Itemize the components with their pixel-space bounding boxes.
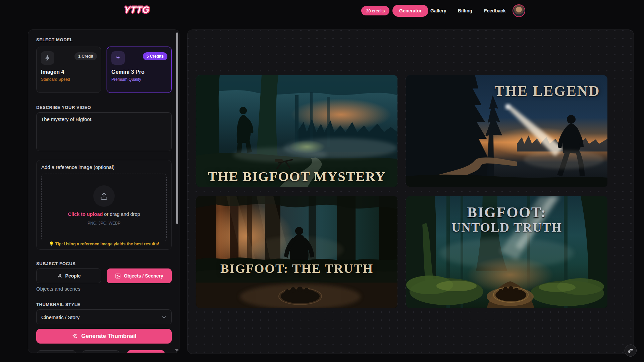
reference-label: Add a reference image (optional) <box>41 164 114 170</box>
model-name: Imagen 4 <box>41 69 64 75</box>
generated-thumbnail-1[interactable]: THE BIGFOOT MYSTERY <box>196 75 397 187</box>
model-cards: 1 Credit Imagen 4 Standard Speed 5 Credi… <box>36 47 172 93</box>
generate-thumbnail-button[interactable]: Generate Thumbnail <box>36 329 172 344</box>
chevron-down-icon <box>161 314 167 320</box>
thumbnail-4-title: BIGFOOT: UNTOLD TRUTH <box>406 205 607 234</box>
upload-dropzone[interactable]: Click to upload or drag and drop PNG, JP… <box>41 174 167 241</box>
subject-focus-heading: SUBJECT FOCUS <box>36 261 76 266</box>
model-credit-badge: 5 Credits <box>143 52 167 60</box>
user-avatar[interactable] <box>513 4 525 17</box>
nav-link-gallery[interactable]: Gallery <box>430 8 446 13</box>
model-subtitle: Premium Quality <box>111 77 141 82</box>
model-subtitle: Standard Speed <box>41 77 70 82</box>
results-panel: THE BIGFOOT MYSTERY <box>187 29 634 354</box>
image-icon <box>115 273 121 279</box>
focus-option-label: People <box>65 273 81 279</box>
focus-option-label: Objects / Scenery <box>124 273 163 279</box>
sidebar-scrollbar-thumb[interactable] <box>176 33 178 224</box>
app-root: YTTG 30 credits Generator Gallery Billin… <box>0 0 644 362</box>
sparkle-icon <box>111 51 125 65</box>
thumbnail-3-title: BIGFOOT: THE TRUTH <box>196 261 397 276</box>
upload-icon <box>93 185 115 207</box>
nav-generator-button[interactable]: Generator <box>392 5 428 17</box>
history-list-icon <box>628 348 634 354</box>
focus-option-people[interactable]: People <box>36 268 101 283</box>
thumbnail-style-heading: THUMBNAIL STYLE <box>36 302 80 307</box>
thumbnail-style-select[interactable]: Cinematic / Story <box>36 309 172 325</box>
app-logo: YTTG <box>124 5 150 15</box>
generator-sidebar: SELECT MODEL 1 Credit Imagen 4 Standard … <box>28 29 179 353</box>
click-to-upload-link[interactable]: Click to upload <box>68 212 103 217</box>
subject-focus-description: Objects and scenes <box>36 286 80 292</box>
reference-image-card: Add a reference image (optional) Click t… <box>36 160 172 250</box>
thumbnail-2-title: THE LEGEND <box>494 82 600 100</box>
thumbnail-4-title-line2: UNTOLD TRUTH <box>406 221 607 234</box>
lightning-icon <box>41 51 54 65</box>
subject-focus-options: People Objects / Scenery <box>36 268 172 283</box>
focus-option-objects-scenery[interactable]: Objects / Scenery <box>107 268 172 283</box>
drag-drop-text: or drag and drop <box>103 212 140 217</box>
model-name: Gemini 3 Pro <box>111 69 145 75</box>
thumbnail-1-title: THE BIGFOOT MYSTERY <box>196 168 397 184</box>
sparkles-icon <box>71 333 78 340</box>
selected-style-value: Cinematic / Story <box>41 314 79 320</box>
clipped-button[interactable] <box>127 350 165 353</box>
credits-badge[interactable]: 30 credits <box>361 6 389 15</box>
generated-thumbnail-4[interactable]: BIGFOOT: UNTOLD TRUTH <box>406 196 607 308</box>
model-credit-badge: 1 Credit <box>74 52 97 60</box>
model-card-gemini3pro[interactable]: 5 Credits Gemini 3 Pro Premium Quality <box>107 47 172 93</box>
video-description-input[interactable]: The mystery of Bigfoot. <box>36 112 172 151</box>
nav-link-billing[interactable]: Billing <box>458 8 472 13</box>
generated-thumbnail-3[interactable]: BIGFOOT: THE TRUTH <box>196 196 397 308</box>
upload-formats: PNG, JPG, WEBP <box>42 221 166 226</box>
thumbnail-results-grid: THE BIGFOOT MYSTERY <box>196 75 607 308</box>
clipped-button[interactable] <box>37 350 76 353</box>
top-nav: YTTG 30 credits Generator Gallery Billin… <box>0 0 644 21</box>
person-icon <box>57 273 62 279</box>
history-button[interactable] <box>625 345 637 357</box>
thumbnail-4-title-line1: BIGFOOT: <box>406 205 607 221</box>
generate-button-label: Generate Thumbnail <box>81 333 136 340</box>
reference-tip: 💡 Tip: Using a reference image yields th… <box>37 241 171 246</box>
thumbnail-3-art <box>196 196 397 308</box>
nav-link-feedback[interactable]: Feedback <box>484 8 506 13</box>
select-model-heading: SELECT MODEL <box>36 37 73 42</box>
scrollbar-down-arrow-icon[interactable] <box>175 349 179 352</box>
model-card-imagen4[interactable]: 1 Credit Imagen 4 Standard Speed <box>36 47 101 93</box>
describe-heading: DESCRIBE YOUR VIDEO <box>36 105 91 110</box>
upload-instruction: Click to upload or drag and drop <box>42 212 166 217</box>
generated-thumbnail-2[interactable]: THE LEGEND <box>406 75 607 187</box>
clipped-button[interactable] <box>83 350 119 353</box>
